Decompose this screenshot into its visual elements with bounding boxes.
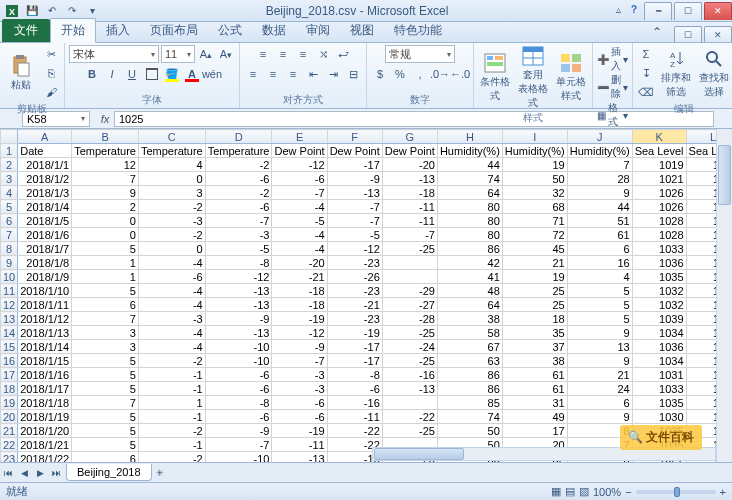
cell[interactable]: -3 (138, 214, 205, 228)
row-header[interactable]: 14 (1, 326, 18, 340)
cell[interactable]: -13 (382, 382, 437, 396)
number-format-combo[interactable]: 常规▾ (385, 45, 455, 63)
cell[interactable]: 7 (72, 172, 139, 186)
row-header[interactable]: 13 (1, 312, 18, 326)
cell[interactable]: -6 (205, 410, 272, 424)
cell[interactable]: 21 (567, 368, 632, 382)
cell[interactable]: -16 (382, 368, 437, 382)
cell[interactable]: Humidity(%) (502, 144, 567, 158)
cell[interactable]: 64 (437, 298, 502, 312)
cell[interactable]: 2018/1/15 (18, 354, 72, 368)
format-as-table-button[interactable]: 套用 表格格式 (516, 45, 550, 110)
cell[interactable]: 2018/1/13 (18, 326, 72, 340)
horizontal-scrollbar[interactable] (372, 444, 732, 464)
doc-close-button[interactable]: ✕ (704, 26, 732, 42)
cell[interactable]: -17 (327, 340, 382, 354)
format-painter-button[interactable]: 🖌 (42, 83, 60, 101)
cell[interactable]: 1 (138, 396, 205, 410)
cell[interactable]: 71 (502, 214, 567, 228)
last-sheet-button[interactable]: ⏭ (48, 465, 64, 481)
cell[interactable]: -6 (272, 396, 327, 410)
cell[interactable]: 5 (567, 284, 632, 298)
row-header[interactable]: 1 (1, 144, 18, 158)
cell[interactable]: -9 (205, 424, 272, 438)
col-header-H[interactable]: H (437, 130, 502, 144)
orientation-button[interactable]: ⤭ (314, 45, 332, 63)
cell[interactable]: -1 (138, 410, 205, 424)
cell[interactable]: -12 (327, 242, 382, 256)
cell[interactable]: 4 (567, 270, 632, 284)
insert-cells-button[interactable]: ➕插入 ▾ (597, 45, 628, 73)
tab-special[interactable]: 特色功能 (384, 19, 452, 42)
cut-button[interactable]: ✂ (42, 45, 60, 63)
cell[interactable]: 6 (72, 452, 139, 463)
comma-button[interactable]: , (411, 65, 429, 83)
cell[interactable]: 50 (502, 172, 567, 186)
row-header[interactable]: 3 (1, 172, 18, 186)
cell[interactable]: 2018/1/4 (18, 200, 72, 214)
find-select-button[interactable]: 查找和选择 (697, 48, 731, 99)
cell[interactable]: 0 (138, 172, 205, 186)
ribbon-min2-icon[interactable]: ⌃ (642, 22, 672, 42)
decrease-indent-button[interactable]: ⇤ (304, 65, 322, 83)
cell[interactable]: -4 (138, 298, 205, 312)
cell[interactable]: -4 (272, 228, 327, 242)
font-color-button[interactable]: A (183, 65, 201, 83)
cell[interactable]: 74 (437, 172, 502, 186)
italic-button[interactable]: I (103, 65, 121, 83)
cell[interactable]: 19 (502, 270, 567, 284)
row-header[interactable]: 21 (1, 424, 18, 438)
cell[interactable]: 51 (567, 214, 632, 228)
phonetic-button[interactable]: wén (203, 65, 221, 83)
cell[interactable]: 35 (502, 326, 567, 340)
cell[interactable]: -19 (272, 312, 327, 326)
row-header[interactable]: 19 (1, 396, 18, 410)
cell[interactable]: -7 (205, 438, 272, 452)
cell[interactable]: 2018/1/9 (18, 270, 72, 284)
cell[interactable]: 2 (72, 200, 139, 214)
cell[interactable]: -9 (327, 172, 382, 186)
cell[interactable]: -4 (138, 256, 205, 270)
cell[interactable]: -6 (205, 368, 272, 382)
autosum-button[interactable]: Σ (637, 45, 655, 63)
row-header[interactable]: 2 (1, 158, 18, 172)
cell[interactable]: 5 (72, 424, 139, 438)
cell[interactable]: 9 (567, 186, 632, 200)
cell[interactable]: 1032 (632, 298, 686, 312)
cell[interactable]: -3 (272, 368, 327, 382)
font-name-combo[interactable]: 宋体▾ (69, 45, 159, 63)
cell[interactable]: -7 (205, 214, 272, 228)
cell[interactable]: -23 (327, 284, 382, 298)
cell[interactable]: -29 (382, 284, 437, 298)
cell[interactable]: 0 (138, 242, 205, 256)
cell[interactable] (382, 270, 437, 284)
cell[interactable]: -10 (205, 452, 272, 463)
zoom-in-button[interactable]: + (720, 486, 726, 498)
cell[interactable]: 2018/1/22 (18, 452, 72, 463)
cell[interactable]: 0 (72, 228, 139, 242)
row-header[interactable]: 11 (1, 284, 18, 298)
decrease-decimal-button[interactable]: ←.0 (451, 65, 469, 83)
cell[interactable]: 2018/1/11 (18, 298, 72, 312)
merge-button[interactable]: ⊟ (344, 65, 362, 83)
scroll-thumb[interactable] (374, 448, 464, 460)
cell[interactable]: -26 (327, 270, 382, 284)
cell[interactable]: 80 (437, 228, 502, 242)
row-header[interactable]: 10 (1, 270, 18, 284)
cell[interactable]: -4 (138, 340, 205, 354)
cell[interactable]: Dew Point (327, 144, 382, 158)
col-header-A[interactable]: A (18, 130, 72, 144)
cell[interactable]: 68 (502, 200, 567, 214)
cell[interactable]: -27 (382, 298, 437, 312)
cell[interactable]: -11 (272, 438, 327, 452)
cell[interactable]: -6 (138, 270, 205, 284)
tab-data[interactable]: 数据 (252, 19, 296, 42)
cell[interactable]: -7 (272, 186, 327, 200)
cell[interactable]: 2018/1/3 (18, 186, 72, 200)
align-right-button[interactable]: ≡ (284, 65, 302, 83)
cell[interactable]: 1019 (632, 158, 686, 172)
col-header-F[interactable]: F (327, 130, 382, 144)
cell[interactable]: -11 (382, 214, 437, 228)
col-header-J[interactable]: J (567, 130, 632, 144)
cell[interactable]: -17 (327, 158, 382, 172)
